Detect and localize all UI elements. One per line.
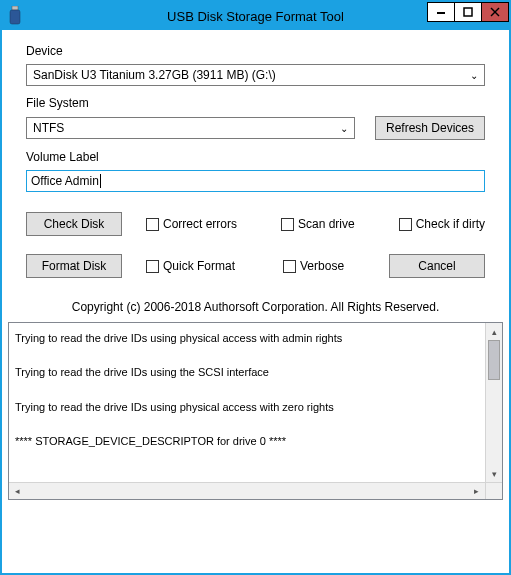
checkbox-icon — [146, 218, 159, 231]
file-system-select[interactable]: NTFS ⌄ — [26, 117, 355, 139]
text-caret — [100, 174, 101, 188]
format-disk-button[interactable]: Format Disk — [26, 254, 122, 278]
check-if-dirty-checkbox[interactable]: Check if dirty — [399, 217, 485, 231]
file-system-label: File System — [26, 96, 485, 110]
quick-format-checkbox[interactable]: Quick Format — [146, 259, 235, 273]
app-window: USB Disk Storage Format Tool Device SanD… — [0, 0, 511, 575]
scroll-thumb[interactable] — [488, 340, 500, 380]
vertical-scrollbar[interactable]: ▴ ▾ — [485, 323, 502, 482]
device-selected-value: SanDisk U3 Titanium 3.27GB (3911 MB) (G:… — [33, 68, 468, 82]
checkbox-icon — [281, 218, 294, 231]
checkbox-icon — [399, 218, 412, 231]
log-line: Trying to read the drive IDs using physi… — [15, 331, 479, 345]
chevron-down-icon: ⌄ — [338, 123, 350, 134]
volume-label-value: Office Admin — [31, 174, 99, 188]
scroll-down-icon[interactable]: ▾ — [486, 465, 502, 482]
close-button[interactable] — [481, 2, 509, 22]
minimize-button[interactable] — [427, 2, 455, 22]
checkbox-icon — [283, 260, 296, 273]
horizontal-scrollbar[interactable]: ◂ ▸ — [9, 482, 502, 499]
refresh-devices-button[interactable]: Refresh Devices — [375, 116, 485, 140]
svg-rect-0 — [12, 6, 18, 10]
scroll-track[interactable] — [486, 380, 502, 465]
volume-label-label: Volume Label — [26, 150, 485, 164]
log-line: Trying to read the drive IDs using the S… — [15, 365, 479, 379]
device-label: Device — [26, 44, 485, 58]
scroll-right-icon[interactable]: ▸ — [468, 483, 485, 499]
chevron-down-icon: ⌄ — [468, 70, 480, 81]
titlebar[interactable]: USB Disk Storage Format Tool — [2, 2, 509, 30]
scroll-left-icon[interactable]: ◂ — [9, 483, 26, 499]
log-output[interactable]: Trying to read the drive IDs using physi… — [9, 323, 485, 482]
scroll-up-icon[interactable]: ▴ — [486, 323, 502, 340]
check-disk-button[interactable]: Check Disk — [26, 212, 122, 236]
maximize-button[interactable] — [454, 2, 482, 22]
svg-rect-3 — [464, 8, 472, 16]
cancel-button[interactable]: Cancel — [389, 254, 485, 278]
device-select[interactable]: SanDisk U3 Titanium 3.27GB (3911 MB) (G:… — [26, 64, 485, 86]
log-line: **** STORAGE_DEVICE_DESCRIPTOR for drive… — [15, 434, 479, 448]
file-system-selected-value: NTFS — [33, 121, 338, 135]
window-controls — [428, 2, 509, 22]
svg-rect-1 — [10, 10, 20, 24]
log-panel: Trying to read the drive IDs using physi… — [8, 322, 503, 500]
scan-drive-checkbox[interactable]: Scan drive — [281, 217, 355, 231]
svg-rect-2 — [437, 12, 445, 14]
volume-label-input[interactable]: Office Admin — [26, 170, 485, 192]
verbose-checkbox[interactable]: Verbose — [283, 259, 344, 273]
copyright-text: Copyright (c) 2006-2018 Authorsoft Corpo… — [26, 300, 485, 314]
usb-drive-icon — [8, 7, 22, 25]
log-line: Trying to read the drive IDs using physi… — [15, 400, 479, 414]
correct-errors-checkbox[interactable]: Correct errors — [146, 217, 237, 231]
client-area: Device SanDisk U3 Titanium 3.27GB (3911 … — [2, 30, 509, 573]
scroll-corner — [485, 483, 502, 499]
checkbox-icon — [146, 260, 159, 273]
scroll-track[interactable] — [26, 483, 468, 499]
